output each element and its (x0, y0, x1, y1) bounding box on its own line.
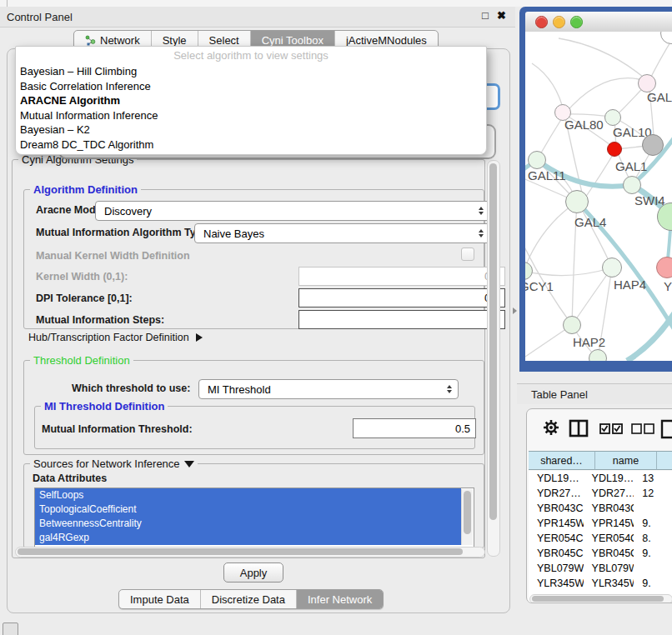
network-node-hap4[interactable] (602, 258, 622, 278)
minimize-traffic-light-icon[interactable] (553, 16, 565, 28)
settings-vertical-scrollbar[interactable] (487, 160, 500, 557)
collapse-arrow-icon[interactable] (184, 461, 194, 468)
table-row[interactable]: YLR345WYLR345W9. (529, 576, 672, 591)
network-window-titlebar[interactable] (525, 12, 672, 32)
bottom-tab-impute-data[interactable]: Impute Data (119, 590, 201, 608)
table-panel-body: shared…nameA YDL19…YDL19…13YDR27…YDR27…1… (526, 408, 672, 603)
algorithm-option-dream8-dc-tdc-algorithm[interactable]: Dream8 DC_TDC Algorithm (16, 138, 486, 152)
algorithm-option-bayesian-hill-climbing[interactable]: Bayesian – Hill Climbing (16, 64, 486, 79)
table-cell: YBR043C (529, 502, 584, 514)
data-attributes-list[interactable]: SelfLoopsTopologicalCoefficientBetweenne… (34, 488, 474, 548)
table-panel-titlebar: Table Panel (517, 383, 672, 404)
attribute-item-selfloops[interactable]: SelfLoops (35, 488, 461, 502)
algorithm-option-bayesian-k2[interactable]: Bayesian – K2 (16, 122, 486, 138)
bottom-tab-infer-network[interactable]: Infer Network (297, 590, 383, 608)
float-window-icon[interactable]: □ (482, 9, 489, 22)
panel-divider-arrow-icon[interactable] (513, 308, 517, 314)
table-row[interactable]: YBR043CYBR043C (529, 501, 672, 516)
algorithm-option-basic-correlation-inference[interactable]: Basic Correlation Inference (16, 79, 486, 94)
mi-steps-label: Mutual Information Steps: (36, 314, 164, 326)
gear-icon[interactable] (543, 419, 559, 436)
mi-algorithm-type-combo[interactable]: Naive Bayes (194, 223, 490, 243)
column-header-shared[interactable]: shared… (529, 451, 595, 470)
network-node-gal11[interactable] (528, 151, 546, 169)
table-cell: YBL079W (529, 562, 584, 574)
attribute-item-topologicalcoefficient[interactable]: TopologicalCoefficient (35, 502, 461, 517)
expand-arrow-icon[interactable] (196, 333, 203, 342)
apply-button[interactable]: Apply (223, 562, 283, 582)
dpi-tolerance-input[interactable]: 0.0 (298, 288, 505, 308)
attribute-item-gal4rgexp[interactable]: gal4RGexp (35, 531, 461, 545)
table-cell: YBR045C (529, 548, 584, 559)
table-row[interactable]: YDR27…YDR27…12 (529, 486, 672, 501)
network-node[interactable] (642, 134, 664, 156)
mi-threshold-label: Mutual Information Threshold: (42, 423, 193, 435)
network-node-gal10[interactable] (604, 109, 621, 126)
combo-spinner-icon (479, 202, 484, 220)
node-label-gal4: GAL4 (574, 216, 606, 228)
manual-kernel-label: Manual Kernel Width Definition (36, 250, 190, 262)
network-node-hap2[interactable] (563, 316, 581, 334)
algorithm-option-mutual-information-inference[interactable]: Mutual Information Inference (16, 108, 486, 123)
tab-label: Cyni Toolbox (262, 34, 323, 47)
tab-label: Infer Network (308, 593, 372, 606)
which-threshold-combo[interactable]: MI Threshold (198, 379, 459, 399)
node-label-gal: GAL (647, 91, 672, 103)
manual-kernel-checkbox[interactable] (461, 248, 474, 261)
table-cell: 9. (634, 578, 672, 589)
mi-algorithm-type-label: Mutual Information Algorithm Type: (36, 227, 211, 238)
column-header-name[interactable]: name (595, 451, 657, 470)
mi-steps-input[interactable]: 6 (298, 310, 505, 329)
tab-label: jActiveMNodules (346, 34, 427, 47)
network-node-gal4[interactable] (565, 190, 589, 213)
document-icon[interactable] (660, 419, 672, 439)
threshold-definition-group: Threshold Definition Which threshold to … (23, 360, 484, 455)
table-cell: YER054C (529, 532, 584, 544)
unchecked-boxes-icon[interactable] (631, 423, 654, 434)
checked-boxes-icon[interactable] (599, 423, 623, 434)
table-cell: YPR145W (584, 518, 634, 529)
kernel-width-input[interactable]: 0.0 (298, 267, 505, 286)
aracne-mode-combo[interactable]: Discovery (95, 201, 490, 221)
table-row[interactable]: YBR045CYBR045C9. (529, 546, 672, 561)
column-header-a[interactable]: A (657, 451, 672, 470)
table-row[interactable]: YER054CYER054C8. (529, 531, 672, 546)
hub-transcription-factor-section[interactable]: Hub/Transcription Factor Definition (28, 332, 203, 343)
network-canvas[interactable]: GALGAL80GAL10GAL1GAL11SWI4GAL4GCY1HAP4YH… (525, 32, 672, 361)
algorithm-option-aracne-algorithm[interactable]: ARACNE Algorithm (16, 93, 486, 108)
table-row[interactable]: YDL19…YDL19…13 (529, 471, 672, 486)
collapsed-panel-button[interactable] (3, 622, 18, 635)
table-cell: YDL19… (584, 472, 634, 484)
table-horizontal-scrollbar[interactable] (529, 594, 672, 603)
mi-threshold-input[interactable]: 0.5 (353, 418, 476, 438)
attribute-item-betweennesscentrality[interactable]: BetweennessCentrality (35, 517, 461, 531)
zoom-traffic-light-icon[interactable] (570, 16, 583, 28)
tab-label: Network (100, 34, 140, 47)
bottom-tab-discretize-data[interactable]: Discretize Data (201, 590, 297, 608)
table-row[interactable]: YPR145WYPR145W9. (529, 516, 672, 531)
network-node-y[interactable] (656, 257, 672, 278)
split-columns-icon[interactable] (569, 419, 589, 438)
network-node-gal1[interactable] (607, 142, 622, 157)
close-traffic-light-icon[interactable] (535, 16, 548, 28)
settings-horizontal-scrollbar[interactable] (15, 547, 485, 558)
attributes-list-scrollbar[interactable] (461, 489, 473, 545)
close-window-icon[interactable]: ✖ (497, 9, 506, 22)
table-cell: YER054C (584, 532, 634, 544)
node-label-y: Y (664, 280, 672, 292)
algorithm-definition-group: Algorithm Definition Aracne Mode: Discov… (23, 189, 484, 329)
control-panel-titlebar: Control Panel □ ✖ (0, 7, 515, 28)
hub-section-label: Hub/Transcription Factor Definition (28, 332, 189, 343)
tab-label: Style (163, 34, 187, 47)
table-cell: YPR145W (529, 518, 584, 529)
table-cell: YBL079W (584, 562, 634, 574)
table-header-row: shared…nameA (529, 451, 672, 470)
table-row[interactable]: YBL079WYBL079W (529, 561, 672, 576)
table-cell: YDR27… (584, 488, 634, 499)
dpi-tolerance-label: DPI Tolerance [0,1]: (36, 292, 133, 304)
node-label-hap2: HAP2 (573, 336, 605, 348)
sources-legend: Sources for Network Inference (30, 458, 198, 470)
data-attributes-label: Data Attributes (33, 472, 107, 484)
network-node-swi4[interactable] (623, 176, 641, 194)
control-panel-title: Control Panel (7, 11, 73, 23)
